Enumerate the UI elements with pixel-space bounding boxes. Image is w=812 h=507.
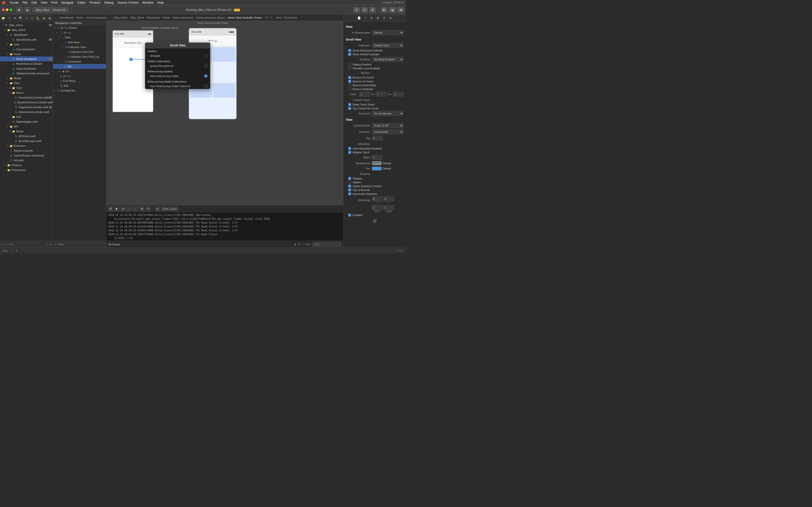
debug-filter-icon2[interactable]: ≡ (302, 243, 303, 246)
background-swatch[interactable] (372, 161, 382, 165)
inspector-add-btn[interactable]: + (373, 219, 377, 223)
menu-editor[interactable]: Editor (78, 1, 86, 4)
debug-btn-7[interactable]: ⟳ (146, 207, 151, 211)
bc-home[interactable]: Home (163, 16, 170, 19)
info-icon[interactable]: ℹ (51, 243, 51, 246)
bc-qiita-client[interactable]: Qiita_Client (114, 16, 128, 19)
zoom-max-input[interactable] (393, 92, 404, 97)
status-chevron[interactable]: ⌃⌄ (10, 249, 14, 252)
menu-source-control[interactable]: Source Control (117, 1, 139, 4)
insp-attributes-icon[interactable]: ⊡ (375, 15, 381, 21)
stretch-y-input[interactable] (384, 196, 394, 201)
nav-item-qiita-client[interactable]: ▾ 📁 Qiita_Client (0, 27, 53, 32)
tag-input[interactable] (372, 136, 383, 140)
nav-item-appdelegate[interactable]: S AppDelegate.swift (0, 119, 53, 124)
opaque-check[interactable]: ✓ (348, 177, 351, 180)
nav-item-api-model[interactable]: ▾ 📁 Model (0, 129, 53, 134)
jb-home-storyboard[interactable]: Home.storyboard (86, 16, 106, 19)
jb-next-icon[interactable]: › (57, 16, 57, 19)
menu-navigate[interactable]: Navigate (61, 1, 73, 4)
nav-item-view-home[interactable]: ▾ 📁 Home (0, 90, 53, 95)
editor-toggle[interactable]: ⊞ (353, 7, 360, 12)
user-interaction-check[interactable]: ✓ (348, 147, 351, 150)
maximize-button[interactable] (10, 8, 12, 11)
show-vertical-check[interactable]: ✓ (348, 53, 351, 56)
nav-folder-icon[interactable]: 📁 (1, 15, 6, 21)
content-mode-select[interactable]: Scale To Fill (372, 123, 404, 128)
bounce-v-check[interactable] (348, 88, 351, 91)
debug-btn-mem[interactable]: ◎ (155, 207, 160, 211)
autoresize-check[interactable]: ✓ (348, 192, 351, 195)
assistant-editor[interactable]: ⊟ (361, 7, 368, 12)
debug-filter-input[interactable] (312, 242, 341, 247)
nav-item-frameworks[interactable]: ▸ 📁 Frameworks (0, 168, 53, 172)
nav-item-assets[interactable]: ★ Assets.xcassets (0, 148, 53, 153)
nav-item-newarticle-storyboard[interactable]: ◈ NewArticle.storyboard (0, 61, 53, 66)
outline-exit[interactable]: ⬛ Exit (53, 83, 106, 88)
stretch-x-input[interactable] (372, 196, 383, 201)
nav-item-newarticlevc[interactable]: S NewArticleViewController.swift (0, 100, 53, 105)
insp-file-icon[interactable]: 📄 (356, 15, 362, 21)
clip-bounds-check[interactable]: ✓ (348, 188, 351, 191)
nav-item-home-storyboard[interactable]: ◈ Home.storyboard M (0, 56, 53, 61)
nav-item-storyboards-swift[interactable]: S Storyboards.swift M (0, 37, 53, 42)
nav-debug-icon[interactable]: 🐛 (36, 15, 40, 21)
debug-split-icon[interactable]: ⊟ (298, 243, 300, 246)
menu-help[interactable]: Help (157, 1, 164, 4)
indicators-select[interactable]: Default Style (372, 43, 404, 48)
outline-constraints[interactable]: ▸ ⊟ Constraints (53, 59, 106, 64)
outline-scrolling-nav[interactable]: ▸ ⊞ Scrolling Na... (53, 88, 106, 93)
bc-home-storyboard[interactable]: Home.storyboard (173, 16, 193, 19)
bc-home-nav[interactable]: ホーム (265, 16, 272, 19)
nav-item-extension[interactable]: ▸ 📁 Extension (0, 144, 53, 148)
bc-storyboard[interactable]: StoryBoard (147, 16, 160, 19)
nav-item-model-folder[interactable]: ▸ 📁 Model (0, 76, 53, 80)
clears-graphics-check[interactable]: ✓ (348, 185, 351, 187)
menu-view[interactable]: View (41, 1, 47, 4)
paging-check[interactable] (348, 63, 351, 66)
popup-new-ref-col-circle[interactable] (204, 84, 208, 88)
debug-btn-3[interactable]: ⊟ (120, 207, 126, 211)
outline-view[interactable]: ▾ □ View (53, 35, 106, 40)
nav-find-icon[interactable]: 🔍 (18, 15, 23, 21)
inspector-toggle[interactable]: ◨ (397, 7, 404, 12)
nav-source-icon[interactable]: ⌥ (7, 15, 12, 21)
menu-file[interactable]: File (22, 1, 28, 4)
output-selector[interactable]: All Output (108, 243, 120, 246)
scheme-selector[interactable]: Qiita_Client › iPhone XS (33, 7, 69, 12)
multiple-touch-check[interactable]: ✓ (348, 151, 351, 154)
skeletonable-select[interactable]: Default (372, 30, 404, 35)
stretch-h-input[interactable] (384, 205, 394, 210)
menu-debug[interactable]: Debug (104, 1, 114, 4)
insp-connections-icon[interactable]: ⊠ (388, 15, 394, 21)
bc-home-vc-scene[interactable]: Home View Controller Scene (228, 16, 262, 19)
menu-find[interactable]: Find (51, 1, 57, 4)
nav-report-icon[interactable]: ◉ (47, 15, 52, 21)
nav-symbol-icon[interactable]: ⚙ (12, 15, 17, 21)
nav-item-homevc[interactable]: S HomeViewController.swift M (0, 95, 53, 100)
semantic-select[interactable]: Unspecified (372, 129, 404, 134)
debug-btn-6[interactable]: ⊠ (139, 207, 145, 211)
close-button[interactable] (2, 8, 5, 11)
direction-lock-check[interactable] (348, 67, 351, 70)
debug-btn-5[interactable]: ↓ (133, 207, 138, 211)
debug-btn-4[interactable]: ↑ (126, 207, 132, 211)
nav-item-apiclient[interactable]: S APIClient.swift (0, 134, 53, 138)
nav-item-errormessage[interactable]: S ErrorMessage.swift (0, 138, 53, 144)
nav-item-api-folder[interactable]: ▾ 📁 API (0, 124, 53, 129)
bc-view[interactable]: View (275, 16, 281, 19)
menu-product[interactable]: Product (90, 1, 101, 4)
outline-collection-view[interactable]: ▾ ▤ Collection View (53, 45, 106, 50)
can-cancel-check[interactable]: ✓ (348, 107, 351, 110)
nav-filter-input[interactable] (7, 243, 45, 246)
stretch-w-input[interactable] (372, 205, 383, 210)
apple-menu[interactable]: 🍎 (2, 1, 6, 4)
status-info-icon[interactable]: ℹ (16, 249, 17, 252)
nav-item-tabbar-storyboard[interactable]: ◈ TabBarController.storyboard (0, 71, 53, 76)
nav-item-products[interactable]: ▸ 📁 Products (0, 163, 53, 168)
outline-home-label[interactable]: ◈ ホーム (53, 74, 106, 78)
warning-filter-icon[interactable]: ⚠ (47, 243, 49, 246)
delay-touch-check[interactable]: ✓ (348, 103, 351, 106)
insp-quick-help-icon[interactable]: ? (362, 15, 368, 21)
debug-trash-icon[interactable]: 🗑 (294, 243, 297, 246)
